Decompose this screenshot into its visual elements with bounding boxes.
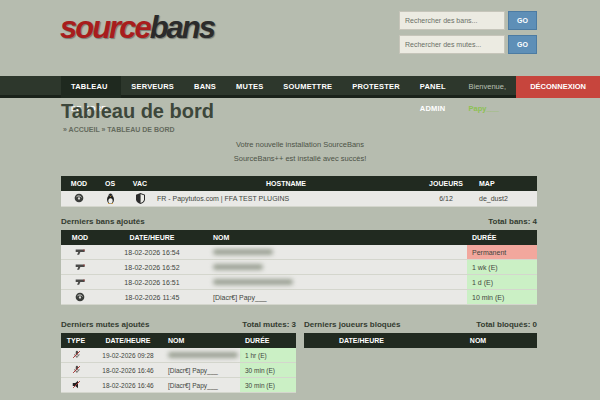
web-ban-icon <box>75 292 85 302</box>
ban-row[interactable]: 18-02-2026 11:45 [Diacr€] Papy___ 10 min… <box>61 290 537 305</box>
server-current-map: de_dust2 <box>477 195 537 202</box>
game-mod-icon <box>74 193 84 203</box>
vac-shield-icon <box>136 193 145 204</box>
blocked-table-header: DATE/HEURE NOM <box>304 333 537 348</box>
ban-datetime: 18-02-2026 16:51 <box>99 279 205 286</box>
mic-mute-icon <box>72 350 81 359</box>
ban-duration: Permanent <box>467 245 537 259</box>
welcome-text: Bienvenue, Papy___ <box>459 76 517 98</box>
bans-header-datetime: DATE/HEURE <box>99 234 205 241</box>
mute-duration: 30 min (E) <box>240 363 296 377</box>
install-message-line1: Votre nouvelle installation SourceBans <box>0 140 600 149</box>
mute-datetime: 18-02-2026 16:46 <box>91 382 165 389</box>
ban-datetime: 18-02-2026 16:52 <box>99 264 205 271</box>
ban-row[interactable]: 18-02-2026 16:51 1 d (E) <box>61 275 537 290</box>
server-hostname[interactable]: FR - Papytutos.com | FFA TEST PLUGINS <box>157 195 415 202</box>
bans-table: MOD DATE/HEURE NOM DURÉE 18-02-2026 16:5… <box>61 230 537 305</box>
blocked-section-label: Derniers joueurs bloqués Total bloqués: … <box>304 320 537 329</box>
logo-source: source <box>60 10 150 45</box>
server-players-count: 6/12 <box>415 195 477 202</box>
mute-row[interactable]: 18-02-2026 16:46 [Diacr€] Papy___ 30 min… <box>61 363 296 378</box>
ban-datetime: 18-02-2026 16:54 <box>99 249 205 256</box>
chat-gag-icon <box>72 380 81 389</box>
ingame-ban-icon <box>75 278 86 286</box>
mute-name: [Diacr€] Papy___ <box>165 382 240 389</box>
mute-datetime: 19-02-2026 09:28 <box>91 352 165 359</box>
mutes-header-type: TYPE <box>61 337 91 344</box>
ingame-ban-icon <box>75 248 86 256</box>
mute-duration: 30 min (E) <box>240 378 296 392</box>
linux-os-icon <box>106 193 115 204</box>
search-mutes-go-button[interactable]: GO <box>508 35 537 54</box>
install-message-line2: SourceBans++ est installé avec succès! <box>0 154 600 163</box>
breadcrumb-current: TABLEAU DE BORD <box>107 126 174 133</box>
bans-section-title: Derniers bans ajoutés <box>61 217 145 226</box>
bans-header-name: NOM <box>205 234 467 241</box>
nav-protester[interactable]: PROTESTER <box>342 76 410 98</box>
nav-mutes[interactable]: MUTES <box>226 76 273 98</box>
logo-bans: bans <box>150 10 214 45</box>
bans-section-label: Derniers bans ajoutés Total bans: 4 <box>61 217 537 226</box>
mutes-section-title: Derniers mutes ajoutés <box>61 320 149 329</box>
bans-total-count: Total bans: 4 <box>488 217 537 226</box>
ban-duration: 10 min (E) <box>467 290 537 304</box>
search-bans-go-button[interactable]: GO <box>508 11 537 30</box>
bans-header-mod: MOD <box>61 234 99 241</box>
mute-name: [Diacr€] Papy___ <box>165 367 240 374</box>
mute-name-redacted <box>165 352 240 358</box>
servers-header-mod: MOD <box>61 180 97 187</box>
mute-row[interactable]: 18-02-2026 16:46 [Diacr€] Papy___ 30 min… <box>61 378 296 393</box>
ban-name-redacted <box>205 279 467 285</box>
servers-header-os: OS <box>97 180 123 187</box>
nav-panel-admin[interactable]: PANEL ADMIN <box>410 76 459 98</box>
ingame-ban-icon <box>75 263 86 271</box>
breadcrumb-home-link[interactable]: ACCUEIL <box>69 126 100 133</box>
ban-datetime: 18-02-2026 11:45 <box>99 294 205 301</box>
ban-name-redacted <box>205 249 467 255</box>
sourcebans-dashboard: sourcebans GO GO TABLEAU DE BORD SERVEUR… <box>0 0 600 400</box>
ban-name: [Diacr€] Papy___ <box>205 294 467 301</box>
servers-header-vac: VAC <box>123 180 157 187</box>
blocked-section-title: Derniers joueurs bloqués <box>304 320 400 329</box>
mutes-header-name: NOM <box>165 337 240 344</box>
mutes-total-count: Total mutes: 3 <box>242 320 296 329</box>
mute-datetime: 18-02-2026 16:46 <box>91 367 165 374</box>
nav-bans[interactable]: BANS <box>184 76 226 98</box>
logout-button[interactable]: DÉCONNEXION <box>516 76 600 98</box>
ban-name-redacted <box>205 264 467 270</box>
welcome-prefix: Bienvenue, <box>469 82 507 91</box>
ban-row[interactable]: 18-02-2026 16:52 1 wk (E) <box>61 260 537 275</box>
servers-table-header: MOD OS VAC HOSTNAME JOUEURS MAP <box>61 176 537 191</box>
nav-soumettre[interactable]: SOUMETTRE <box>273 76 342 98</box>
mutes-section-label: Derniers mutes ajoutés Total mutes: 3 <box>61 320 296 329</box>
ban-row[interactable]: 18-02-2026 16:54 Permanent <box>61 245 537 260</box>
search-mutes-input[interactable] <box>399 35 505 54</box>
blocked-header-name: NOM <box>419 337 537 344</box>
mute-row[interactable]: 19-02-2026 09:28 1 hr (E) <box>61 348 296 363</box>
search-area: GO GO <box>399 11 537 59</box>
mutes-table: TYPE DATE/HEURE NOM DURÉE 19-02-2026 09:… <box>61 333 296 393</box>
mutes-header-datetime: DATE/HEURE <box>91 337 165 344</box>
mutes-table-header: TYPE DATE/HEURE NOM DURÉE <box>61 333 296 348</box>
sourcebans-logo[interactable]: sourcebans <box>60 12 214 43</box>
blocked-total-count: Total bloqués: 0 <box>476 320 537 329</box>
servers-table: MOD OS VAC HOSTNAME JOUEURS MAP FR - Pap… <box>61 176 537 207</box>
bans-header-duration: DURÉE <box>467 230 537 245</box>
main-nav: TABLEAU DE BORD SERVEURS BANS MUTES SOUM… <box>0 76 600 98</box>
nav-serveurs[interactable]: SERVEURS <box>121 76 184 98</box>
servers-header-hostname: HOSTNAME <box>157 180 415 187</box>
servers-header-map: MAP <box>477 180 537 187</box>
mic-mute-icon <box>72 365 81 374</box>
ban-duration: 1 wk (E) <box>467 260 537 274</box>
search-bans-input[interactable] <box>399 11 505 30</box>
blocked-header-datetime: DATE/HEURE <box>304 337 419 344</box>
nav-tableau-de-bord[interactable]: TABLEAU DE BORD <box>61 76 121 98</box>
page-title: Tableau de bord <box>61 100 214 123</box>
server-row[interactable]: FR - Papytutos.com | FFA TEST PLUGINS 6/… <box>61 191 537 207</box>
bans-table-header: MOD DATE/HEURE NOM DURÉE <box>61 230 537 245</box>
username-link[interactable]: Papy___ <box>469 104 499 113</box>
blocked-table: DATE/HEURE NOM <box>304 333 537 348</box>
mute-duration: 1 hr (E) <box>240 348 296 362</box>
mutes-header-duration: DURÉE <box>240 333 296 348</box>
ban-duration: 1 d (E) <box>467 275 537 289</box>
